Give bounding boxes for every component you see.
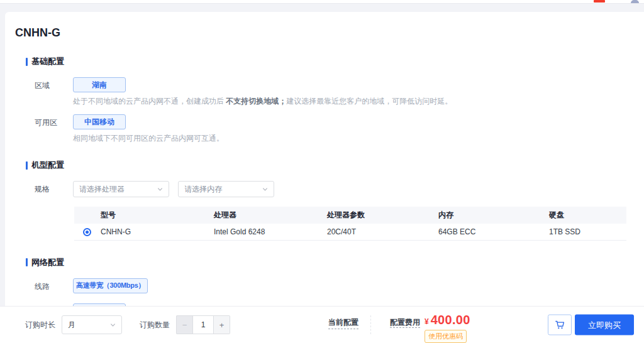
region-help-text: 处于不同地域的云产品内网不通，创建成功后 不支持切换地域；建议选择最靠近您客户的… (73, 97, 635, 106)
section-title-bar (26, 161, 28, 170)
section-machine-config: 机型配置 规格 请选择处理器 请选择内存 型号 处理 (10, 160, 635, 241)
coupon-code-button[interactable]: 使用优惠码 (425, 330, 467, 343)
table-header-memory: 内存 (437, 207, 548, 224)
section-basic-title: 基础配置 (26, 56, 635, 67)
table-header-radio (74, 207, 99, 224)
cell-cpu-params: 20C/40T (326, 224, 437, 240)
order-footer-bar: 订购时长 月 订购数量 − + 当前配置 配置费用 ¥ 400.00 使用优惠码 (0, 306, 644, 343)
section-title-bar (26, 258, 28, 266)
zone-row: 可用区 中国移动 相同地域下不同可用区的云产品内网可互通。 (35, 114, 635, 143)
memory-select[interactable]: 请选择内存 (178, 181, 274, 197)
cpu-select-placeholder: 请选择处理器 (79, 184, 125, 195)
zone-help-text: 相同地域下不同可用区的云产品内网可互通。 (73, 134, 635, 143)
fee-group: 配置费用 ¥ 400.00 使用优惠码 (390, 313, 470, 343)
cart-icon (554, 319, 566, 331)
current-config-group: 当前配置 (328, 317, 358, 328)
zone-option-china-mobile[interactable]: 中国移动 (73, 114, 126, 129)
section-network-title: 网络配置 (26, 257, 635, 268)
section-basic-title-text: 基础配置 (31, 56, 64, 67)
buy-now-button[interactable]: 立即购买 (575, 315, 634, 335)
chevron-down-icon (110, 322, 116, 328)
table-header-cpu-params: 处理器参数 (326, 207, 437, 224)
section-title-bar (26, 58, 28, 66)
line-row: 线路 高速带宽（300Mbps） (35, 278, 635, 293)
currency-symbol: ¥ (425, 317, 429, 326)
line-option-highspeed[interactable]: 高速带宽（300Mbps） (73, 278, 148, 293)
duration-group: 订购时长 月 (25, 315, 122, 334)
table-header-cpu: 处理器 (213, 207, 326, 224)
cell-disk: 1TB SSD (548, 224, 626, 240)
section-machine-title: 机型配置 (26, 160, 635, 171)
fee-label: 配置费用 (390, 317, 420, 328)
chevron-down-icon (262, 187, 268, 192)
cell-cpu: Intel Gold 6248 (213, 224, 326, 240)
cell-memory: 64GB ECC (437, 224, 548, 240)
table-header-row: 型号 处理器 处理器参数 内存 硬盘 (74, 207, 626, 224)
cpu-select[interactable]: 请选择处理器 (73, 181, 169, 197)
notification-badge-fragment (594, 0, 605, 3)
table-header-disk: 硬盘 (548, 207, 626, 224)
section-network-title-text: 网络配置 (31, 257, 64, 268)
chevron-down-icon (157, 187, 163, 192)
product-config-card: CNHN-G 基础配置 区域 湖南 处于不同地域的云产品内网不通，创建成功后 不… (5, 12, 644, 343)
quantity-group: 订购数量 − + (140, 315, 230, 334)
region-row: 区域 湖南 处于不同地域的云产品内网不通，创建成功后 不支持切换地域；建议选择最… (35, 77, 635, 106)
quantity-label: 订购数量 (140, 320, 170, 330)
line-label: 线路 (35, 278, 73, 293)
quantity-input[interactable] (192, 315, 214, 334)
current-config-link[interactable]: 当前配置 (328, 318, 358, 329)
duration-select-value: 月 (68, 320, 75, 330)
footer-divider (370, 315, 371, 334)
memory-select-placeholder: 请选择内存 (184, 184, 222, 195)
footer-actions: 立即购买 (548, 315, 634, 335)
top-navbar-fragment (0, 0, 644, 4)
spec-row: 规格 请选择处理器 请选择内存 (35, 181, 635, 197)
cell-model: CNHN-G (99, 224, 213, 240)
spec-label: 规格 (35, 181, 73, 197)
region-option-hunan[interactable]: 湖南 (73, 77, 126, 92)
duration-select[interactable]: 月 (62, 315, 122, 334)
quantity-decrease-button[interactable]: − (176, 315, 192, 334)
avatar-fragment (631, 0, 639, 3)
radio-selected-icon[interactable] (83, 228, 91, 236)
section-basic-config: 基础配置 区域 湖南 处于不同地域的云产品内网不通，创建成功后 不支持切换地域；… (10, 56, 635, 143)
section-machine-title-text: 机型配置 (31, 160, 64, 171)
quantity-increase-button[interactable]: + (214, 315, 230, 334)
price-amount: 400.00 (431, 313, 470, 327)
table-header-model: 型号 (99, 207, 213, 224)
machine-type-table: 型号 处理器 处理器参数 内存 硬盘 CNHN-G Intel Gold 624… (74, 207, 626, 241)
region-label: 区域 (35, 77, 73, 106)
cart-button[interactable] (548, 315, 572, 335)
table-row[interactable]: CNHN-G Intel Gold 6248 20C/40T 64GB ECC … (74, 224, 626, 240)
zone-label: 可用区 (35, 114, 73, 143)
quantity-stepper: − + (176, 315, 230, 334)
price-display: ¥ 400.00 (425, 313, 470, 327)
duration-label: 订购时长 (25, 320, 55, 330)
page-title: CNHN-G (15, 26, 635, 40)
